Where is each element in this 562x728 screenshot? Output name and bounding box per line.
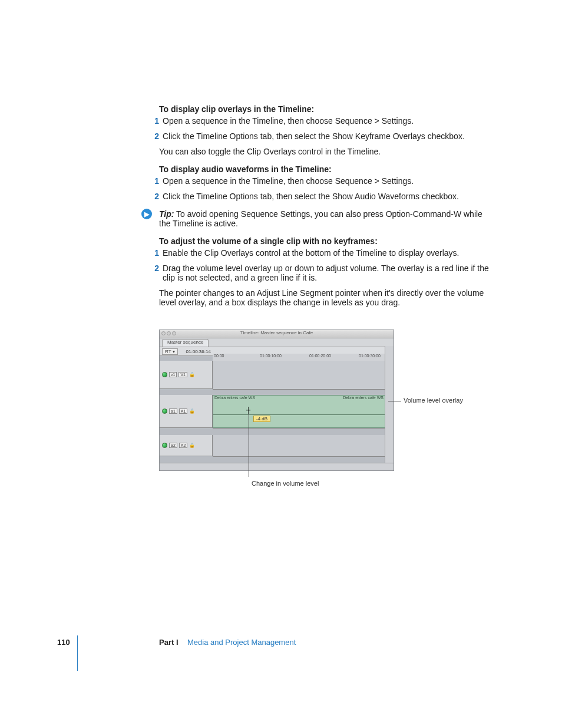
step-number: 2 [150, 131, 159, 141]
callout-line [388, 401, 401, 401]
heading-clip-overlays: To display clip overlays in the Timeline… [159, 104, 489, 114]
clip-label: Debra enters cafe WS [214, 396, 255, 400]
footer-part: Part I [159, 638, 178, 647]
page-content: To display clip overlays in the Timeline… [159, 96, 489, 313]
step-3-1: 1 Enable the Clip Overlays control at th… [159, 248, 489, 258]
page-number: 110 [57, 638, 70, 647]
step-number: 1 [150, 248, 159, 258]
step-1-2: 2 Click the Timeline Options tab, then s… [159, 131, 489, 141]
lock-icon[interactable]: 🔒 [189, 409, 195, 414]
step-number: 2 [150, 263, 159, 282]
visibility-led-icon[interactable] [162, 409, 167, 414]
bottom-toolbar[interactable] [160, 463, 394, 470]
footer-rule [77, 635, 78, 671]
footer-title: Media and Project Management [187, 638, 296, 647]
step-number: 1 [150, 116, 159, 126]
track-head-v1[interactable]: v1 V1 🔒 [160, 361, 213, 389]
track-dst-a2[interactable]: A2 [179, 443, 188, 448]
track-body-a2[interactable] [213, 435, 385, 457]
track-src-v1[interactable]: v1 [169, 372, 177, 377]
lock-icon[interactable]: 🔒 [189, 372, 195, 377]
callout-volume-overlay: Volume level overlay [404, 397, 463, 404]
ruler-tick: 01:00:10:00 [260, 354, 282, 358]
db-readout: -4 dB [253, 416, 270, 422]
ruler-tick: 00:00 [214, 354, 224, 358]
audio-clip[interactable]: Debra enters cafe WS Debra enters cafe W… [213, 395, 385, 428]
step-text: Enable the Clip Overlays control at the … [163, 248, 459, 258]
heading-audio-waveforms: To display audio waveforms in the Timeli… [159, 164, 489, 174]
tip-text: To avoid opening Sequence Settings, you … [159, 209, 482, 228]
visibility-led-icon[interactable] [162, 372, 167, 377]
track-dst-a1[interactable]: A1 [179, 409, 188, 414]
tip-block: ▶ Tip: To avoid opening Sequence Setting… [159, 209, 489, 228]
ruler-tick: 01:00:20:00 [309, 354, 331, 358]
step-3-2: 2 Drag the volume level overlay up or do… [159, 263, 489, 282]
clip-label: Debra enters cafe WS [343, 396, 384, 400]
track-body-v1[interactable] [213, 361, 385, 390]
track-head-a1[interactable]: a1 A1 🔒 [160, 395, 213, 428]
callout-change-volume: Change in volume level [252, 480, 319, 487]
step-text: Open a sequence in the Timeline, then ch… [163, 116, 414, 126]
paragraph: You can also toggle the Clip Overlays co… [159, 147, 489, 156]
step-1-1: 1 Open a sequence in the Timeline, then … [159, 116, 489, 126]
tip-label: Tip: [159, 209, 174, 219]
step-number: 1 [150, 176, 159, 186]
step-text: Open a sequence in the Timeline, then ch… [163, 176, 414, 186]
step-text: Click the Timeline Options tab, then sel… [163, 131, 465, 141]
visibility-led-icon[interactable] [162, 443, 167, 448]
track-body-a1[interactable]: Debra enters cafe WS Debra enters cafe W… [213, 395, 385, 429]
track-dst-v1[interactable]: V1 [178, 372, 187, 377]
window-titlebar: Timeline: Master sequence in Cafe [160, 330, 394, 338]
step-2-1: 1 Open a sequence in the Timeline, then … [159, 176, 489, 186]
heading-adjust-volume: To adjust the volume of a single clip wi… [159, 236, 489, 246]
track-src-a1[interactable]: a1 [169, 409, 177, 414]
ruler-tick: 01:00:30:00 [359, 354, 381, 358]
rt-button[interactable]: RT ▾ [162, 348, 178, 355]
track-head-a2[interactable]: a2 A2 🔒 [160, 435, 213, 456]
sequence-tab[interactable]: Master sequence [162, 339, 209, 347]
step-text: Click the Timeline Options tab, then sel… [163, 192, 459, 201]
right-scrollbar[interactable] [385, 346, 394, 470]
tip-icon: ▶ [141, 209, 152, 219]
lock-icon[interactable]: 🔒 [189, 443, 195, 448]
volume-overlay-line[interactable] [213, 414, 385, 415]
tab-row: Master sequence [160, 338, 394, 347]
track-src-a2[interactable]: a2 [169, 443, 177, 448]
timecode: 01:00:36:14 [186, 349, 211, 354]
step-2-2: 2 Click the Timeline Options tab, then s… [159, 192, 489, 201]
traffic-lights [161, 331, 176, 335]
step-text: Drag the volume level overlay up or down… [163, 263, 489, 282]
paragraph: The pointer changes to an Adjust Line Se… [159, 288, 489, 307]
timeline-screenshot: Timeline: Master sequence in Cafe Master… [159, 330, 394, 471]
window-title: Timeline: Master sequence in Cafe [240, 330, 313, 335]
callout-line [249, 414, 249, 477]
adjust-segment-cursor-icon: ┼ [246, 409, 252, 414]
track-area: v1 V1 🔒 a1 A1 🔒 Debra enters cafe WS Deb… [160, 361, 385, 463]
step-number: 2 [150, 192, 159, 201]
